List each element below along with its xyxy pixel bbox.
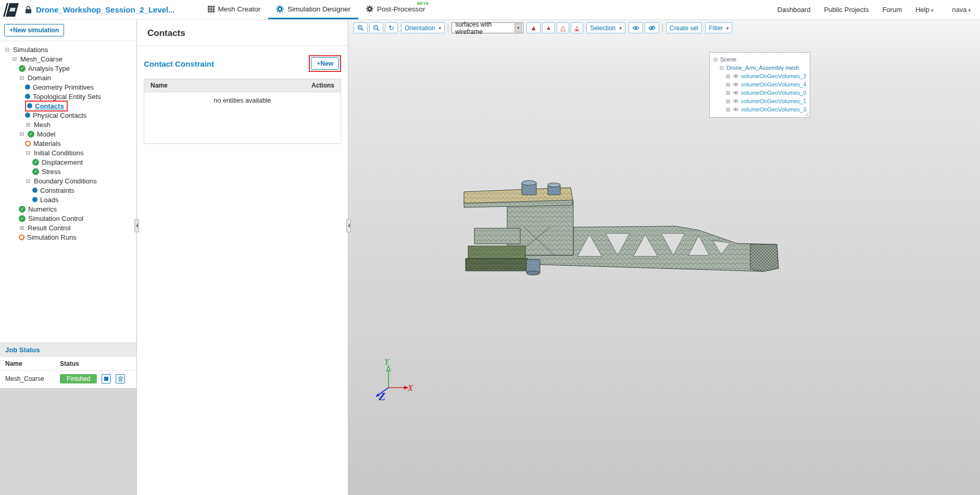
nav-public-projects[interactable]: Public Projects (824, 6, 869, 14)
job-name: Mesh_Coarse (5, 375, 60, 382)
show-all-button[interactable] (629, 22, 643, 33)
eye-icon[interactable] (733, 107, 739, 112)
tree-item-initial-conditions[interactable]: ⊟ Initial Conditions (0, 148, 136, 157)
tree-item-result-control[interactable]: ⊞ Result Control (0, 223, 136, 232)
main-area: +New simulation ⊟ Simulations ⊟ Mesh_Coa… (0, 20, 980, 495)
tree-item-analysis-type[interactable]: ✓ Analysis Type (0, 64, 136, 73)
drone-arm-mesh (348, 20, 979, 495)
tree-item-physical-contacts[interactable]: Physical Contacts (0, 110, 136, 120)
job-status-columns: Name Status (0, 357, 136, 371)
scene-root[interactable]: ⊟ Scene (713, 55, 807, 64)
check-icon: ✓ (19, 215, 26, 222)
nav-forum[interactable]: Forum (882, 6, 902, 14)
tree-item-stress[interactable]: ✓ Stress (0, 167, 136, 176)
project-title: Drone_Workshop_Session_2_Level... (36, 5, 175, 14)
resize-grip-icon[interactable] (804, 112, 809, 117)
new-contact-button[interactable]: +New (311, 57, 339, 70)
grid-icon (208, 6, 215, 13)
scene-tree-panel: ⊟ Scene ⊟ Drone_Arm_Assembly mesh ⊞ volu… (709, 52, 810, 118)
mesh-display-wire-button[interactable]: △ (557, 22, 569, 33)
eye-icon[interactable] (733, 82, 739, 86)
expand-icon[interactable]: ⊞ (25, 121, 31, 128)
mesh-display-points-button[interactable]: △ (571, 22, 583, 33)
expand-icon[interactable]: ⊞ (725, 73, 731, 79)
eye-icon[interactable] (733, 91, 739, 95)
job-row: Mesh_Coarse Finished (0, 371, 136, 387)
collapse-icon[interactable]: ⊟ (19, 75, 25, 81)
collapse-icon[interactable]: ⊟ (19, 131, 25, 137)
blue-dot-icon (32, 188, 37, 193)
tree-item-geometry-primitives[interactable]: Geometry Primitives (0, 82, 136, 92)
eye-icon[interactable] (733, 74, 739, 78)
nav-dashboard[interactable]: Dashboard (777, 6, 811, 14)
stop-job-button[interactable] (102, 374, 111, 383)
orientation-dropdown[interactable]: Orientation ▾ (401, 22, 445, 33)
empty-table-message: no entities available (144, 92, 341, 143)
section-title: Contact Constraint (144, 59, 214, 68)
collapse-icon[interactable]: ⊟ (11, 56, 18, 62)
check-icon: ✓ (32, 168, 39, 175)
3d-viewport-canvas[interactable] (348, 20, 980, 495)
tree-item-simulations[interactable]: ⊟ Simulations (0, 45, 136, 54)
gear-icon (366, 5, 373, 13)
create-set-button[interactable]: Create set (666, 22, 702, 33)
eye-slash-icon (648, 26, 656, 30)
new-simulation-button[interactable]: +New simulation (4, 24, 64, 36)
zoom-fit-button[interactable] (369, 22, 383, 33)
expand-icon[interactable]: ⊞ (725, 82, 731, 88)
scene-volume-node[interactable]: ⊞ volumeOnGeoVolumes_1 (713, 97, 807, 105)
refresh-button[interactable]: ↻ (385, 22, 398, 33)
mesh-display-surface-button[interactable]: ▲ (542, 22, 555, 33)
tree-item-topological-entity-sets[interactable]: Topological Entity Sets (0, 92, 136, 101)
tree-item-materials[interactable]: Materials (0, 139, 136, 148)
render-mode-select[interactable]: surfaces with wireframe ▼ (451, 22, 523, 33)
nav-help[interactable]: Help▾ (915, 6, 933, 14)
scene-volume-node[interactable]: ⊞ volumeOnGeoVolumes_4 (713, 80, 807, 89)
scene-volume-node[interactable]: ⊞ volumeOnGeoVolumes_0 (713, 89, 807, 97)
zoom-fit-icon (373, 24, 380, 31)
tree-item-contacts[interactable]: Contacts (0, 101, 136, 110)
tree-item-domain[interactable]: ⊟ Domain (0, 73, 136, 82)
eye-icon[interactable] (733, 99, 739, 103)
hide-selection-button[interactable] (645, 22, 659, 33)
blue-dot-icon (25, 113, 30, 118)
scene-volume-node[interactable]: ⊞ volumeOnGeoVolumes_3 (713, 105, 807, 114)
delete-job-button[interactable] (116, 374, 125, 383)
sidebar-splitter[interactable] (134, 219, 139, 232)
simulation-tree: ⊟ Simulations ⊟ Mesh_Coarse ✓ Analysis T… (0, 41, 136, 242)
filter-dropdown[interactable]: Filter ▾ (705, 22, 732, 33)
expand-icon[interactable]: ⊞ (725, 98, 731, 104)
tree-item-boundary-conditions[interactable]: ⊟ Boundary Conditions (0, 176, 136, 185)
expand-icon[interactable]: ⊞ (19, 225, 25, 231)
tree-item-numerics[interactable]: ✓ Numerics (0, 204, 136, 214)
selection-dropdown[interactable]: Selection ▾ (586, 22, 625, 33)
expand-icon[interactable]: ⊞ (725, 107, 731, 113)
tree-item-simulation-control[interactable]: ✓ Simulation Control (0, 214, 136, 223)
tab-post-processor[interactable]: BETA Post-Processor (358, 0, 433, 19)
tree-item-loads[interactable]: Loads (0, 195, 136, 204)
tree-item-displacement[interactable]: ✓ Displacement (0, 157, 136, 167)
blue-dot-icon (25, 94, 30, 99)
tree-item-model[interactable]: ⊟ ✓ Model (0, 129, 136, 139)
collapse-icon[interactable]: ⊟ (713, 57, 718, 63)
tab-simulation-designer[interactable]: Simulation Designer (268, 0, 358, 19)
expand-icon[interactable]: ⊞ (725, 90, 731, 96)
tree-item-mesh-coarse[interactable]: ⊟ Mesh_Coarse (0, 54, 136, 64)
tree-item-simulation-runs[interactable]: Simulation Runs (0, 232, 136, 242)
collapse-icon[interactable]: ⊟ (4, 46, 10, 53)
scene-volume-node[interactable]: ⊞ volumeOnGeoVolumes_2 (713, 72, 807, 80)
zoom-in-button[interactable] (354, 22, 368, 33)
refresh-icon: ↻ (388, 24, 394, 32)
collapse-icon[interactable]: ⊟ (25, 150, 31, 156)
collapse-icon[interactable]: ⊟ (719, 65, 724, 71)
stop-icon (104, 377, 108, 381)
mesh-display-solid-button[interactable]: ▲ (526, 22, 541, 33)
scene-mesh-node[interactable]: ⊟ Drone_Arm_Assembly mesh (713, 64, 807, 72)
collapse-icon[interactable]: ⊟ (25, 178, 31, 184)
tree-item-constraints[interactable]: Constraints (0, 185, 136, 195)
triangle-filled-icon: ▲ (546, 24, 551, 31)
tab-mesh-creator[interactable]: Mesh Creator (200, 0, 269, 19)
user-menu[interactable]: nava▾ (952, 6, 971, 14)
panel-splitter[interactable] (346, 219, 351, 232)
tree-item-mesh[interactable]: ⊞ Mesh (0, 120, 136, 129)
